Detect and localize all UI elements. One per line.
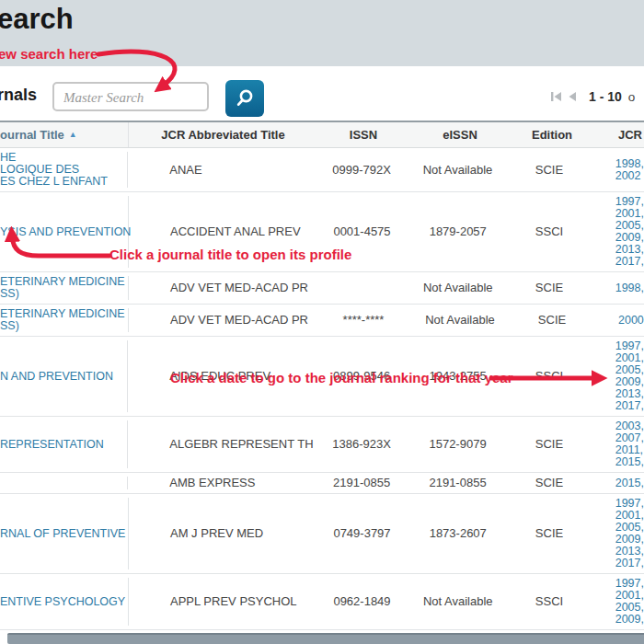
jcr-years-cell: 1997,2001,2005,2009, (591, 578, 644, 626)
abbreviated-title-cell: AMB EXPRESS (128, 477, 316, 489)
jcr-year-link[interactable]: 1998, (615, 158, 644, 170)
edition-cell: SSCI (508, 225, 590, 238)
jcr-years-cell: 1997,2001,2005,2009,2013,2017, (591, 498, 644, 569)
jcr-year-link[interactable]: 2009, (615, 614, 644, 626)
eissn-cell: 1879-2057 (408, 225, 508, 238)
pagination-range: 1 - 10 (589, 89, 622, 104)
issn-cell: 0001-4575 (316, 225, 408, 238)
jcr-year-link[interactable]: 1998, (615, 282, 644, 294)
column-header-abbreviated-title[interactable]: JCR Abbreviated Title (129, 128, 317, 142)
abbreviated-title-cell: ADV VET MED-ACAD PR (129, 314, 317, 327)
issn-cell: 2191-0855 (316, 477, 407, 489)
journal-title-link[interactable]: SS) (0, 320, 122, 332)
table-row: ETERINARY MEDICINESS) ADV VET MED-ACAD P… (0, 305, 644, 337)
journal-title-cell: ETERINARY MEDICINESS) (0, 276, 129, 300)
edition-cell: SCIE (508, 164, 591, 177)
table-row: RNAL OF PREVENTIVE AM J PREV MED 0749-37… (0, 494, 644, 574)
journals-label: rnals (0, 86, 37, 105)
issn-cell: 1386-923X (316, 438, 407, 451)
first-page-icon (550, 91, 562, 102)
journal-title-link[interactable]: SS) (0, 288, 122, 300)
abbreviated-title-cell: ADV VET MED-ACAD PR (129, 282, 316, 294)
jcr-year-link[interactable]: 2017, (615, 558, 644, 569)
search-icon (235, 88, 255, 109)
eissn-cell: Not Available (409, 314, 511, 327)
search-toolbar: rnals 1 - 10 o (0, 66, 644, 121)
journal-table-body: HELOGIQUE DESES CHEZ L ENFANT ANAE 0999-… (0, 148, 644, 635)
jcr-year-link[interactable]: 2015, (615, 456, 644, 468)
edition-cell: SCIE (508, 438, 591, 451)
journal-title-link[interactable]: ENTIVE PSYCHOLOGY (0, 596, 122, 608)
abbreviated-title-cell: APPL PREV PSYCHOL (129, 595, 316, 608)
jcr-years-cell: 2003,2007,2011,2015, (591, 420, 644, 468)
journal-title-link[interactable]: ES CHEZ L ENFANT (0, 176, 121, 188)
table-row: REPRESENTATION ALGEBR REPRESENT TH 1386-… (0, 417, 644, 473)
page-title: earch (0, 3, 74, 36)
jcr-year-link[interactable]: 2015, (615, 477, 644, 489)
jcr-year-link[interactable]: 2017, (615, 256, 644, 268)
journal-title-cell: ETERINARY MEDICINESS) (0, 308, 129, 332)
annotation-journal-title: Click a journal title to open its profil… (109, 247, 351, 262)
column-header-jcr-years[interactable]: JCR (593, 128, 644, 142)
table-row: ETERINARY MEDICINESS) ADV VET MED-ACAD P… (0, 272, 644, 305)
table-row: AMB EXPRESS 2191-0855 2191-0855 SCIE 201… (0, 473, 644, 494)
annotation-new-search: ew search here (0, 46, 98, 62)
first-page-button[interactable] (550, 91, 562, 102)
page-header-band: earch ew search here (0, 0, 644, 66)
edition-cell: SCIE (508, 282, 590, 294)
journal-title-cell: REPRESENTATION (0, 420, 128, 468)
journal-title-cell: ENTIVE PSYCHOLOGY (0, 578, 129, 626)
abbreviated-title-cell: ACCIDENT ANAL PREV (129, 225, 316, 238)
issn-cell: 0749-3797 (316, 527, 408, 540)
jcr-years-cell: 2000 (593, 315, 644, 327)
search-button[interactable] (225, 80, 264, 117)
journal-table-header: ournal Title ▲ JCR Abbreviated Title ISS… (0, 122, 644, 148)
horizontal-scrollbar[interactable] (7, 633, 644, 644)
jcr-year-link[interactable]: 2017, (615, 400, 644, 412)
jcr-years-cell: 1998, (591, 282, 644, 294)
issn-cell: 0962-1849 (316, 595, 408, 608)
jcr-year-link[interactable]: 2000 (618, 315, 644, 327)
journal-title-link[interactable]: YSIS AND PREVENTION (0, 226, 122, 238)
jcr-year-link[interactable]: 2002 (615, 170, 644, 182)
edition-cell: SCIE (508, 477, 591, 489)
edition-cell: SCIE (508, 527, 590, 540)
jcr-years-cell: 1998,2002 (591, 158, 644, 182)
eissn-cell: 1873-2607 (408, 527, 508, 540)
column-header-edition[interactable]: Edition (511, 128, 593, 142)
issn-cell: ****-**** (317, 314, 409, 327)
jcr-years-cell: 1997,2001,2005,2009,2013,2017, (591, 340, 644, 412)
pagination-suffix: o (628, 90, 636, 104)
previous-page-icon (569, 91, 577, 102)
table-row: ENTIVE PSYCHOLOGY APPL PREV PSYCHOL 0962… (0, 574, 644, 630)
journal-title-cell: HELOGIQUE DESES CHEZ L ENFANT (0, 152, 128, 188)
journal-title-link[interactable]: RNAL OF PREVENTIVE (0, 528, 122, 540)
edition-cell: SSCI (508, 370, 591, 383)
abbreviated-title-cell: AM J PREV MED (129, 527, 316, 540)
edition-cell: SCIE (511, 314, 593, 327)
eissn-cell: 1572-9079 (408, 438, 508, 451)
search-input[interactable] (52, 82, 209, 111)
issn-cell: 0999-792X (316, 164, 407, 177)
previous-page-button[interactable] (569, 91, 577, 102)
eissn-cell: Not Available (408, 282, 508, 294)
edition-cell: SSCI (508, 595, 590, 608)
sort-ascending-icon: ▲ (69, 130, 77, 139)
journal-title-cell: N AND PREVENTION (0, 340, 128, 412)
journal-title-link[interactable]: N AND PREVENTION (0, 371, 121, 383)
eissn-cell: Not Available (408, 164, 508, 177)
jcr-years-cell: 1997,2001,2005,2009,2013,2017, (591, 196, 644, 268)
pagination: 1 - 10 o (550, 88, 644, 105)
journal-title-cell (0, 477, 128, 489)
eissn-cell: 2191-0855 (408, 477, 508, 489)
annotation-date: Click a date to go to the journal rankin… (170, 370, 513, 385)
journal-title-cell: RNAL OF PREVENTIVE (0, 498, 129, 569)
journal-title-link[interactable]: REPRESENTATION (0, 439, 121, 451)
table-row: HELOGIQUE DESES CHEZ L ENFANT ANAE 0999-… (0, 148, 644, 192)
column-header-journal-title[interactable]: ournal Title ▲ (0, 122, 129, 147)
abbreviated-title-cell: ALGEBR REPRESENT TH (128, 438, 316, 451)
column-header-eissn[interactable]: eISSN (409, 128, 511, 142)
column-header-issn[interactable]: ISSN (317, 128, 409, 142)
eissn-cell: Not Available (408, 595, 508, 608)
jcr-years-cell: 2015, (591, 477, 644, 489)
